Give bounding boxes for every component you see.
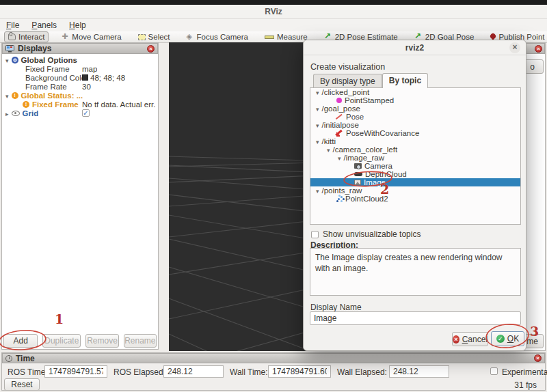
menubar: File Panels Help bbox=[0, 19, 547, 31]
tree-row-display[interactable]: DepthCloud bbox=[310, 170, 520, 178]
expander-icon[interactable] bbox=[338, 154, 341, 162]
tab-by-topic[interactable]: By topic bbox=[382, 73, 428, 88]
time-panel-title: Time bbox=[16, 354, 35, 363]
select-box-icon bbox=[138, 34, 146, 40]
point-stamped-icon bbox=[336, 98, 342, 103]
background-color-value[interactable]: 48; 48; 48 bbox=[82, 74, 125, 82]
time-close-icon[interactable] bbox=[534, 354, 542, 362]
tree-row-topic[interactable]: /clicked_point bbox=[310, 88, 520, 96]
ros-elapsed-label: ROS Elapsed: bbox=[114, 367, 165, 377]
wall-time-label: Wall Time: bbox=[230, 367, 268, 377]
description-box: The Image display creates a new renderin… bbox=[310, 248, 521, 296]
screen-edge bbox=[0, 0, 547, 5]
show-unvisualizable-checkbox[interactable] bbox=[311, 231, 319, 238]
menu-help[interactable]: Help bbox=[63, 19, 92, 31]
ros-elapsed-field[interactable] bbox=[163, 365, 224, 378]
tree-row-display[interactable]: PointStamped bbox=[310, 96, 520, 104]
grid-enabled-checkbox[interactable] bbox=[82, 109, 90, 117]
red-pin-icon bbox=[490, 32, 497, 40]
tree-row-display[interactable]: PoseWithCovariance bbox=[310, 129, 520, 137]
tree-row-fixed-frame-status[interactable]: Fixed Frame No tf data. Actual err... bbox=[2, 100, 158, 109]
expander-icon[interactable] bbox=[316, 186, 319, 195]
tree-row-grid[interactable]: Grid bbox=[2, 109, 158, 117]
frame-rate-value[interactable]: 30 bbox=[82, 83, 91, 91]
tree-row-display[interactable]: Camera bbox=[310, 162, 520, 170]
focus-camera-icon bbox=[187, 33, 194, 41]
cancel-button[interactable]: Cancel bbox=[452, 332, 488, 346]
expander-icon[interactable] bbox=[316, 88, 319, 96]
menu-panels[interactable]: Panels bbox=[25, 19, 63, 31]
tab-by-display-type[interactable]: By display type bbox=[313, 74, 382, 88]
tree-row-fixed-frame[interactable]: Fixed Frame map bbox=[2, 64, 158, 73]
wall-elapsed-field[interactable] bbox=[389, 365, 449, 378]
depthcloud-icon bbox=[354, 172, 362, 176]
expander-icon[interactable] bbox=[5, 109, 9, 117]
show-unvisualizable-label: Show unvisualizable topics bbox=[323, 229, 421, 239]
dialog-title: rviz2 bbox=[405, 43, 424, 53]
duplicate-button[interactable]: Duplicate bbox=[42, 334, 81, 348]
dialog-heading: Create visualization bbox=[310, 62, 385, 72]
expander-icon[interactable] bbox=[5, 56, 9, 64]
expander-icon[interactable] bbox=[316, 137, 319, 145]
description-text: The Image display creates a new renderin… bbox=[315, 253, 502, 273]
tree-row-topic[interactable]: /goal_pose bbox=[310, 104, 520, 113]
dialog-tabs: By display type By topic bbox=[313, 73, 428, 88]
eye-icon bbox=[12, 111, 20, 116]
time-panel: Time ROS Time: ROS Elapsed: Wall Time: W… bbox=[1, 352, 546, 391]
tree-row-global-options[interactable]: Global Options bbox=[2, 55, 158, 64]
tool-interact[interactable]: Interact bbox=[4, 31, 49, 42]
tree-row-topic[interactable]: /kitti bbox=[310, 137, 520, 145]
tree-row-display-image-selected[interactable]: Image bbox=[310, 178, 520, 186]
ros-time-field[interactable] bbox=[44, 365, 107, 378]
expander-icon[interactable] bbox=[5, 92, 9, 100]
dialog-close-icon[interactable]: × bbox=[509, 42, 520, 53]
reset-button[interactable]: Reset bbox=[4, 378, 40, 391]
image-icon bbox=[354, 180, 361, 185]
tree-row-background-color[interactable]: Background Color 48; 48; 48 bbox=[2, 73, 158, 82]
fixed-frame-status-value: No tf data. Actual err... bbox=[82, 100, 156, 109]
wall-time-field[interactable] bbox=[268, 365, 331, 378]
gear-icon bbox=[12, 57, 18, 64]
tree-row-global-status[interactable]: Global Status: ... bbox=[2, 91, 158, 100]
add-button[interactable]: Add bbox=[3, 334, 38, 348]
displays-monitor-icon bbox=[5, 45, 14, 53]
time-panel-header[interactable]: Time bbox=[2, 353, 545, 363]
display-name-input[interactable] bbox=[310, 311, 521, 325]
tree-row-topic[interactable]: /camera_color_left bbox=[310, 145, 520, 154]
warning-icon bbox=[12, 92, 18, 99]
displays-panel: Displays Global Options Fixed Frame map … bbox=[1, 42, 159, 350]
views-close-icon[interactable] bbox=[535, 45, 542, 53]
tree-row-display[interactable]: Pose bbox=[310, 113, 520, 121]
tree-row-topic[interactable]: /points_raw bbox=[310, 186, 520, 195]
expander-icon[interactable] bbox=[316, 121, 319, 129]
experimental-checkbox[interactable] bbox=[490, 367, 498, 375]
cancel-x-icon bbox=[453, 335, 459, 344]
displays-panel-title: Displays bbox=[18, 44, 51, 53]
tree-row-frame-rate[interactable]: Frame Rate 30 bbox=[2, 82, 158, 91]
measure-ruler-icon bbox=[265, 36, 274, 39]
expander-icon[interactable] bbox=[316, 104, 319, 113]
pose-arrow-icon bbox=[336, 113, 343, 120]
tree-row-display[interactable]: PointCloud2 bbox=[310, 195, 520, 203]
tool-select[interactable]: Select bbox=[135, 32, 174, 42]
menu-file[interactable]: File bbox=[0, 19, 25, 31]
tree-row-topic[interactable]: /initialpose bbox=[310, 121, 520, 129]
tool-move-camera[interactable]: Move Camera bbox=[58, 32, 124, 42]
clock-icon bbox=[5, 355, 12, 362]
rename-button[interactable]: Rename bbox=[124, 334, 157, 348]
move-camera-icon bbox=[62, 33, 69, 41]
displays-buttons-row: Add Duplicate Remove Rename bbox=[2, 333, 158, 349]
interact-hand-icon bbox=[8, 33, 16, 40]
tool-focus-camera[interactable]: Focus Camera bbox=[183, 32, 252, 42]
expander-icon[interactable] bbox=[327, 145, 330, 154]
remove-button[interactable]: Remove bbox=[85, 334, 118, 348]
topic-tree: /clicked_point PointStamped /goal_pose P… bbox=[310, 87, 521, 225]
ok-button[interactable]: OK bbox=[491, 331, 524, 346]
displays-panel-header[interactable]: Displays bbox=[2, 43, 158, 54]
dialog-titlebar[interactable]: rviz2 × bbox=[304, 40, 526, 55]
camera-icon bbox=[354, 163, 362, 169]
display-name-label: Display Name bbox=[310, 303, 362, 312]
fixed-frame-value[interactable]: map bbox=[82, 65, 97, 73]
tree-row-topic[interactable]: /image_raw bbox=[310, 154, 520, 162]
displays-close-icon[interactable] bbox=[147, 45, 155, 53]
